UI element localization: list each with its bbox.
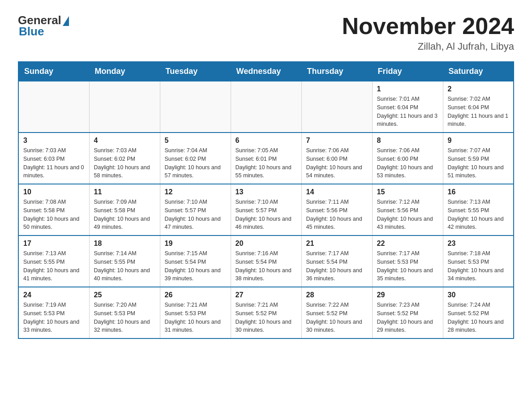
week-row-1: 1Sunrise: 7:01 AM Sunset: 6:04 PM Daylig… [18,81,514,133]
calendar-cell: 19Sunrise: 7:15 AM Sunset: 5:54 PM Dayli… [160,235,231,287]
header: General Blue November 2024 Zillah, Al Ju… [18,13,514,52]
day-number: 18 [94,240,155,248]
calendar-cell: 13Sunrise: 7:10 AM Sunset: 5:57 PM Dayli… [231,184,301,235]
calendar-cell: 4Sunrise: 7:03 AM Sunset: 6:02 PM Daylig… [89,133,160,184]
day-info: Sunrise: 7:23 AM Sunset: 5:52 PM Dayligh… [377,301,438,334]
day-info: Sunrise: 7:03 AM Sunset: 6:02 PM Dayligh… [94,146,155,180]
day-number: 11 [94,188,155,196]
week-row-2: 3Sunrise: 7:03 AM Sunset: 6:03 PM Daylig… [18,133,514,184]
day-info: Sunrise: 7:21 AM Sunset: 5:53 PM Dayligh… [165,301,226,334]
weekday-header-saturday: Saturday [443,62,514,81]
day-number: 26 [165,291,226,299]
weekday-header-monday: Monday [89,62,160,81]
calendar-cell [18,81,89,133]
day-info: Sunrise: 7:01 AM Sunset: 6:04 PM Dayligh… [377,95,438,128]
calendar-cell: 1Sunrise: 7:01 AM Sunset: 6:04 PM Daylig… [372,81,443,133]
calendar-cell: 16Sunrise: 7:13 AM Sunset: 5:55 PM Dayli… [443,184,514,235]
day-info: Sunrise: 7:17 AM Sunset: 5:54 PM Dayligh… [306,249,368,283]
day-number: 21 [306,240,368,248]
logo: General Blue [18,13,69,39]
calendar-cell: 22Sunrise: 7:17 AM Sunset: 5:53 PM Dayli… [372,235,443,287]
calendar-cell: 11Sunrise: 7:09 AM Sunset: 5:58 PM Dayli… [89,184,160,235]
weekday-header-sunday: Sunday [18,62,89,81]
day-info: Sunrise: 7:03 AM Sunset: 6:03 PM Dayligh… [23,146,85,180]
weekday-header-row: SundayMondayTuesdayWednesdayThursdayFrid… [18,62,514,81]
day-number: 2 [448,85,509,93]
calendar-cell: 10Sunrise: 7:08 AM Sunset: 5:58 PM Dayli… [18,184,89,235]
calendar-cell: 28Sunrise: 7:22 AM Sunset: 5:52 PM Dayli… [301,287,372,338]
day-number: 4 [94,137,155,145]
day-number: 1 [377,85,438,93]
day-info: Sunrise: 7:04 AM Sunset: 6:02 PM Dayligh… [165,146,226,180]
weekday-header-wednesday: Wednesday [231,62,301,81]
day-number: 17 [23,240,85,248]
day-number: 5 [165,137,226,145]
day-number: 12 [165,188,226,196]
day-info: Sunrise: 7:10 AM Sunset: 5:57 PM Dayligh… [236,198,297,231]
day-number: 29 [377,291,438,299]
day-info: Sunrise: 7:14 AM Sunset: 5:55 PM Dayligh… [94,249,155,283]
day-info: Sunrise: 7:13 AM Sunset: 5:55 PM Dayligh… [23,249,85,283]
calendar-cell: 14Sunrise: 7:11 AM Sunset: 5:56 PM Dayli… [301,184,372,235]
day-number: 13 [236,188,297,196]
day-number: 15 [377,188,438,196]
calendar-cell: 5Sunrise: 7:04 AM Sunset: 6:02 PM Daylig… [160,133,231,184]
logo-bottom: Blue [19,25,44,39]
day-info: Sunrise: 7:22 AM Sunset: 5:52 PM Dayligh… [306,301,368,334]
weekday-header-tuesday: Tuesday [160,62,231,81]
day-number: 8 [377,137,438,145]
day-info: Sunrise: 7:02 AM Sunset: 6:04 PM Dayligh… [448,95,509,128]
day-info: Sunrise: 7:12 AM Sunset: 5:56 PM Dayligh… [377,198,438,231]
day-info: Sunrise: 7:13 AM Sunset: 5:55 PM Dayligh… [448,198,509,231]
calendar-cell: 12Sunrise: 7:10 AM Sunset: 5:57 PM Dayli… [160,184,231,235]
day-number: 25 [94,291,155,299]
calendar-cell [301,81,372,133]
calendar-cell [89,81,160,133]
calendar-cell: 17Sunrise: 7:13 AM Sunset: 5:55 PM Dayli… [18,235,89,287]
calendar-cell: 21Sunrise: 7:17 AM Sunset: 5:54 PM Dayli… [301,235,372,287]
day-number: 14 [306,188,368,196]
weekday-header-friday: Friday [372,62,443,81]
day-info: Sunrise: 7:19 AM Sunset: 5:53 PM Dayligh… [23,301,85,334]
calendar-cell: 23Sunrise: 7:18 AM Sunset: 5:53 PM Dayli… [443,235,514,287]
day-number: 10 [23,188,85,196]
calendar-cell: 20Sunrise: 7:16 AM Sunset: 5:54 PM Dayli… [231,235,301,287]
calendar-cell [160,81,231,133]
day-number: 16 [448,188,509,196]
day-number: 7 [306,137,368,145]
calendar-cell: 30Sunrise: 7:24 AM Sunset: 5:52 PM Dayli… [443,287,514,338]
day-info: Sunrise: 7:11 AM Sunset: 5:56 PM Dayligh… [306,198,368,231]
day-info: Sunrise: 7:05 AM Sunset: 6:01 PM Dayligh… [236,146,297,180]
day-number: 19 [165,240,226,248]
day-info: Sunrise: 7:06 AM Sunset: 6:00 PM Dayligh… [306,146,368,180]
calendar-cell: 18Sunrise: 7:14 AM Sunset: 5:55 PM Dayli… [89,235,160,287]
day-info: Sunrise: 7:18 AM Sunset: 5:53 PM Dayligh… [448,249,509,283]
day-number: 22 [377,240,438,248]
day-info: Sunrise: 7:08 AM Sunset: 5:58 PM Dayligh… [23,198,85,231]
day-info: Sunrise: 7:09 AM Sunset: 5:58 PM Dayligh… [94,198,155,231]
day-info: Sunrise: 7:16 AM Sunset: 5:54 PM Dayligh… [236,249,297,283]
day-info: Sunrise: 7:20 AM Sunset: 5:53 PM Dayligh… [94,301,155,334]
month-title: November 2024 [342,13,514,39]
day-info: Sunrise: 7:07 AM Sunset: 5:59 PM Dayligh… [448,146,509,180]
calendar-cell: 8Sunrise: 7:06 AM Sunset: 6:00 PM Daylig… [372,133,443,184]
day-info: Sunrise: 7:17 AM Sunset: 5:53 PM Dayligh… [377,249,438,283]
day-number: 30 [448,291,509,299]
day-info: Sunrise: 7:15 AM Sunset: 5:54 PM Dayligh… [165,249,226,283]
location-title: Zillah, Al Jufrah, Libya [342,41,514,52]
day-number: 24 [23,291,85,299]
day-number: 20 [236,240,297,248]
day-number: 23 [448,240,509,248]
calendar-cell: 2Sunrise: 7:02 AM Sunset: 6:04 PM Daylig… [443,81,514,133]
calendar-table: SundayMondayTuesdayWednesdayThursdayFrid… [18,61,514,339]
day-number: 3 [23,137,85,145]
calendar-cell: 3Sunrise: 7:03 AM Sunset: 6:03 PM Daylig… [18,133,89,184]
calendar-cell: 25Sunrise: 7:20 AM Sunset: 5:53 PM Dayli… [89,287,160,338]
day-number: 9 [448,137,509,145]
day-number: 28 [306,291,368,299]
week-row-5: 24Sunrise: 7:19 AM Sunset: 5:53 PM Dayli… [18,287,514,338]
day-info: Sunrise: 7:06 AM Sunset: 6:00 PM Dayligh… [377,146,438,180]
week-row-4: 17Sunrise: 7:13 AM Sunset: 5:55 PM Dayli… [18,235,514,287]
calendar-cell: 6Sunrise: 7:05 AM Sunset: 6:01 PM Daylig… [231,133,301,184]
day-number: 6 [236,137,297,145]
